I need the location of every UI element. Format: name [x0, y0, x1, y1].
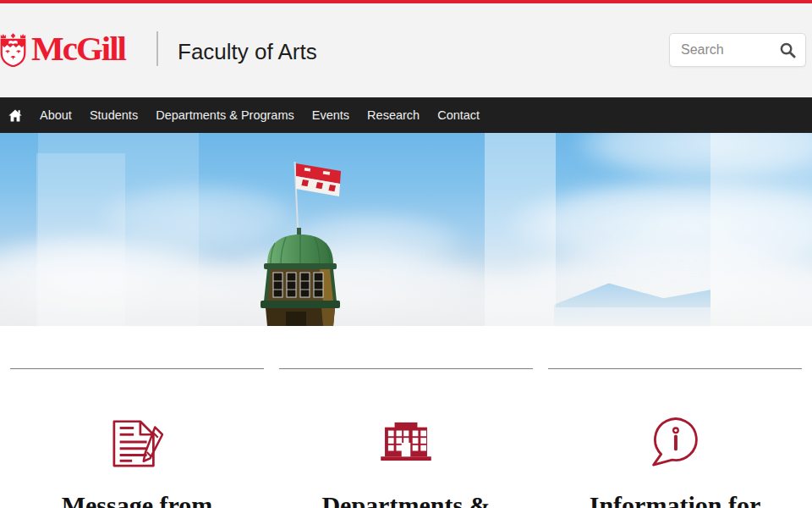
site-section-title[interactable]: Faculty of Arts — [178, 39, 317, 65]
building-icon — [279, 421, 533, 461]
info-speech-bubble-icon — [548, 415, 802, 467]
mcgill-logo[interactable]: McGill — [0, 31, 152, 74]
search-input[interactable] — [679, 41, 780, 58]
arts-building-cupola — [245, 157, 347, 326]
feature-card-message[interactable]: Message from — [10, 326, 264, 508]
feature-divider — [279, 368, 533, 369]
search-box — [669, 33, 806, 67]
overlay-panel — [710, 133, 812, 326]
nav-item-students[interactable]: Students — [90, 109, 138, 122]
features-section: Message from — [0, 326, 812, 508]
feature-title: Information for — [548, 493, 802, 508]
feature-divider — [10, 368, 264, 369]
nav-item-events[interactable]: Events — [312, 109, 349, 122]
feature-title: Departments & — [279, 493, 533, 508]
nav-item-contact[interactable]: Contact — [437, 109, 480, 122]
home-icon — [8, 109, 22, 122]
feature-divider — [548, 368, 802, 369]
feature-card-departments[interactable]: Departments & — [279, 326, 533, 508]
overlay-panel — [485, 133, 556, 326]
nav-item-research[interactable]: Research — [367, 109, 420, 122]
mcgill-shield-icon — [0, 33, 26, 67]
nav-item-about[interactable]: About — [40, 109, 72, 122]
document-pencil-icon — [10, 415, 264, 467]
feature-card-information[interactable]: Information for — [548, 326, 802, 508]
nav-item-departments-programs[interactable]: Departments & Programs — [156, 109, 294, 122]
overlay-panel — [36, 153, 125, 326]
header-divider — [156, 31, 158, 66]
mcgill-flag — [296, 163, 341, 196]
site-header: McGill Faculty of Arts — [0, 3, 812, 97]
search-icon — [780, 42, 796, 58]
search-button[interactable] — [780, 42, 796, 58]
feature-title: Message from — [10, 493, 264, 508]
hero-image — [0, 133, 812, 326]
main-nav: About Students Departments & Programs Ev… — [0, 97, 812, 133]
overlay-panel — [556, 307, 710, 326]
mcgill-wordmark: McGill — [31, 31, 125, 66]
home-button[interactable] — [8, 109, 22, 122]
